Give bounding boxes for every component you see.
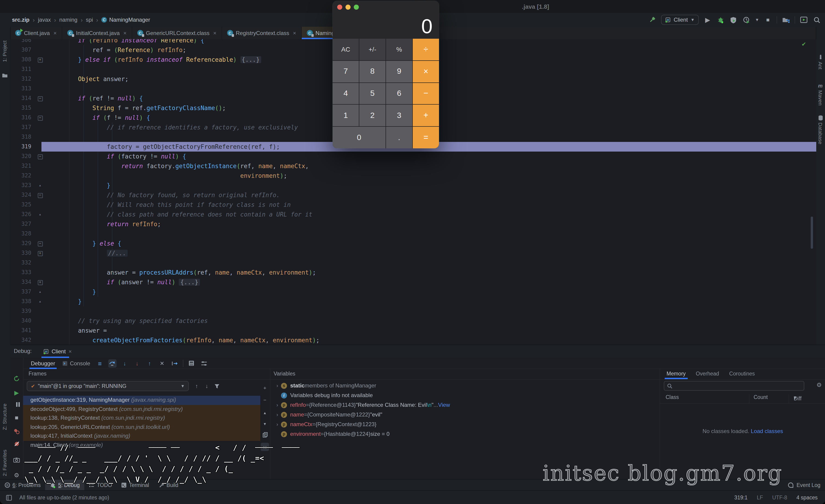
tab-console[interactable]: Console [61, 358, 91, 369]
drop-frame-button[interactable]: ✕ [158, 359, 166, 367]
breadcrumb-item[interactable]: src.zip [12, 17, 29, 23]
fold-toggle-icon[interactable]: + [38, 280, 43, 285]
project-structure-icon[interactable] [782, 16, 790, 24]
fold-marker[interactable] [35, 306, 45, 316]
step-over-button[interactable] [108, 359, 117, 367]
calc-key-[interactable]: ÷ [413, 39, 439, 60]
gutter-line-342[interactable]: 342 [10, 335, 35, 345]
window-layout-icon[interactable] [5, 493, 13, 502]
layout-settings-button[interactable] [200, 359, 208, 367]
filter-frames-icon[interactable] [213, 382, 221, 390]
fold-marker[interactable] [35, 45, 45, 55]
calc-key-5[interactable]: 5 [359, 83, 386, 104]
fold-marker[interactable] [35, 74, 45, 84]
calc-key-[interactable]: = [413, 127, 439, 148]
fold-marker[interactable] [35, 316, 45, 326]
scroll-down-icon[interactable]: ▼ [261, 420, 269, 428]
gutter-line-314[interactable]: 314 [10, 93, 35, 103]
fold-marker[interactable] [35, 39, 45, 45]
database-icon[interactable] [818, 115, 823, 121]
code-line-330[interactable]: 330+ //... [10, 248, 816, 258]
load-classes-link[interactable]: Load classes [751, 428, 783, 434]
code-line-328[interactable]: 328 [10, 229, 816, 239]
tab-memory[interactable]: Memory [667, 369, 686, 379]
calc-key-ac[interactable]: AC [332, 39, 359, 60]
stack-frame[interactable]: lookup:138, RegistryContext (com.sun.jnd… [23, 414, 260, 423]
gutter-line-317[interactable]: 317 [10, 123, 35, 132]
calc-key-9[interactable]: 9 [386, 61, 412, 82]
fold-marker[interactable] [35, 171, 45, 181]
tab-registrycontext-class[interactable]: CRegistryContext.class× [222, 27, 302, 39]
stack-frame[interactable]: getObjectInstance:319, NamingManager (ja… [23, 396, 260, 405]
run-config-selector[interactable]: Client ▼ [661, 15, 699, 25]
code-line-338[interactable]: 338▴ } [10, 297, 816, 306]
fold-marker[interactable]: ▴ [35, 181, 45, 190]
code-line-333[interactable]: 333 answer = processURLAddrs(ref, name, … [10, 268, 816, 277]
coverage-button[interactable] [729, 16, 738, 24]
code-line-340[interactable]: 340 // try using any specified factories [10, 316, 816, 326]
close-traffic-light[interactable] [337, 5, 342, 10]
calc-key-[interactable]: +/- [359, 39, 386, 60]
calculator-window[interactable]: 0 AC+/-%÷789×456−123+0.= [332, 1, 439, 148]
variable-row[interactable]: penvironment = {Hashtable@1224} size = 0 [270, 429, 660, 439]
zoom-traffic-light[interactable] [354, 5, 359, 10]
gutter-line-318[interactable]: 318 [10, 132, 35, 142]
calc-key-6[interactable]: 6 [386, 83, 412, 104]
tab-coroutines[interactable]: Coroutines [729, 369, 755, 379]
column-class[interactable]: Class [666, 394, 679, 400]
calc-key-[interactable]: + [413, 105, 439, 127]
close-icon[interactable]: × [124, 30, 127, 36]
sidebar-item-project[interactable]: 1: Project [2, 41, 7, 62]
fold-marker[interactable] [35, 335, 45, 345]
calc-key-[interactable]: . [386, 127, 412, 148]
calc-key-3[interactable]: 3 [386, 105, 412, 127]
gutter-line-329[interactable]: 329 [10, 239, 35, 248]
variable-row[interactable]: ›sstatic members of NamingManager [270, 381, 660, 391]
sidebar-item-maven[interactable]: Maven [818, 90, 823, 105]
fold-marker[interactable] [35, 219, 45, 229]
fold-marker[interactable]: − [35, 113, 45, 123]
breadcrumb-item[interactable]: naming [59, 17, 77, 23]
gutter-line-315[interactable]: 315 [10, 103, 35, 113]
code-line-334[interactable]: 334+ if (answer != null) {...} [10, 277, 816, 287]
evaluate-expression-button[interactable] [188, 359, 196, 367]
gutter-line-321[interactable]: 321 [10, 161, 35, 171]
calc-key-0[interactable]: 0 [332, 127, 386, 148]
variable-row[interactable]: ›prefInfo = {Reference@1143} "Reference … [270, 400, 660, 410]
resume-button[interactable]: ▶ [12, 388, 21, 397]
close-icon[interactable]: × [68, 348, 72, 355]
fold-toggle-icon[interactable]: − [38, 96, 43, 101]
search-everywhere-icon[interactable] [813, 16, 821, 24]
debug-button[interactable] [716, 16, 725, 24]
breadcrumb-item[interactable]: javax [38, 17, 51, 23]
gutter-line-326[interactable]: 326 [10, 210, 35, 219]
gutter-line-316[interactable]: 316 [10, 113, 35, 123]
frame-up-button[interactable]: ↑ [193, 382, 201, 390]
code-line-329[interactable]: 329− } else { [10, 239, 816, 248]
gutter-line-320[interactable]: 320 [10, 152, 35, 161]
add-watch-button[interactable]: + [261, 384, 269, 392]
fold-marker[interactable]: + [35, 248, 45, 258]
debug-session-tab[interactable]: Client × [40, 345, 75, 358]
code-line-337[interactable]: 337▴ } [10, 287, 816, 297]
frame-down-button[interactable]: ↓ [203, 382, 211, 390]
calc-key-[interactable]: % [386, 39, 412, 60]
event-log-button[interactable]: Event Log [788, 480, 820, 491]
fold-marker[interactable] [35, 200, 45, 210]
calc-key-[interactable]: × [413, 61, 439, 82]
gutter-line-313[interactable]: 313 [10, 84, 35, 93]
fold-toggle-icon[interactable]: + [38, 251, 43, 256]
close-icon[interactable]: × [293, 30, 296, 36]
memory-search-input[interactable] [664, 381, 804, 391]
calc-key-2[interactable]: 2 [359, 105, 386, 127]
step-out-button[interactable]: ↑ [146, 359, 154, 367]
expand-chevron-icon[interactable]: › [274, 400, 281, 410]
calc-key-[interactable]: − [413, 83, 439, 104]
gutter-line-325[interactable]: 325 [10, 200, 35, 210]
run-toolwindow-icon[interactable] [800, 16, 808, 24]
code-line-320[interactable]: 320− if (factory != null) { [10, 152, 816, 161]
gutter-line-339[interactable]: 339 [10, 306, 35, 316]
code-line-339[interactable]: 339 [10, 306, 816, 316]
gutter-line-341[interactable]: 341 [10, 326, 35, 335]
gutter-line-311[interactable]: 311 [10, 65, 35, 74]
